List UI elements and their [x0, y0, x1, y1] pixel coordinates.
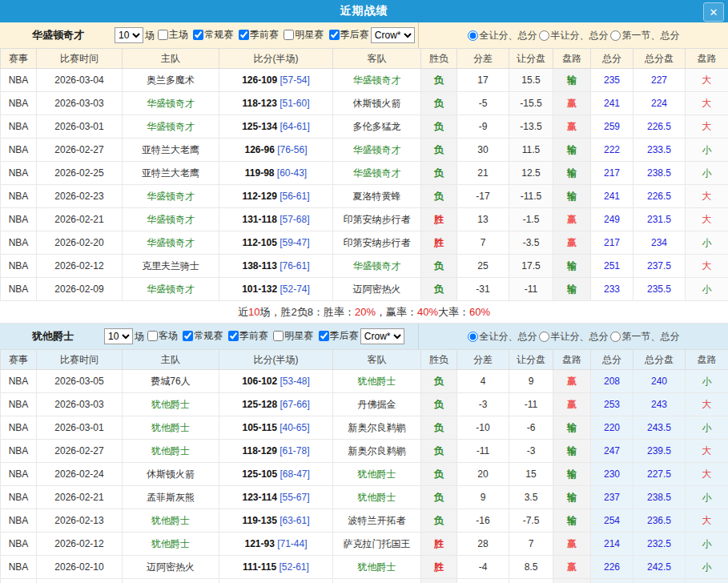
cell-date: 2026-03-05	[37, 370, 123, 393]
full-score: 125-128	[242, 399, 277, 410]
cell-total-points: 237	[591, 486, 633, 509]
cell-date: 2026-02-21	[37, 486, 123, 509]
filter-checkbox-input[interactable]	[319, 331, 329, 341]
cell-total-points: 235	[591, 69, 633, 92]
cell-handicap-result: 输	[553, 486, 591, 509]
source-select[interactable]: Crow*	[371, 27, 415, 43]
close-button[interactable]: ✕	[703, 2, 724, 22]
cell-win-loss: 负	[421, 393, 457, 416]
cell-total-line: 227	[633, 69, 686, 92]
games-count-select[interactable]: 10	[104, 328, 133, 344]
cell-win-loss: 负	[421, 162, 457, 185]
filter-checkbox[interactable]: 常规赛	[191, 28, 233, 42]
radio-input[interactable]	[610, 332, 621, 342]
radio-input[interactable]	[539, 332, 549, 342]
radio-input[interactable]	[468, 30, 478, 41]
cell-handicap-line: -15.5	[509, 92, 553, 115]
cell-handicap-line: 12.5	[509, 162, 553, 185]
cell-away-team: 华盛顿奇才	[333, 162, 421, 185]
filter-checkbox[interactable]: 季后赛	[328, 28, 369, 42]
cell-over-under: 小	[686, 416, 728, 440]
filter-checkbox[interactable]: 常规赛	[181, 329, 223, 343]
cell-win-loss: 负	[421, 115, 457, 139]
filter-checkbox-input[interactable]	[329, 30, 340, 40]
cell-home-team: 犹他爵士	[123, 440, 219, 463]
filter-checkbox-input[interactable]	[239, 30, 249, 40]
cell-league: NBA	[1, 255, 37, 278]
filter-checkbox-input[interactable]	[193, 30, 203, 40]
radio-option[interactable]: 半让分、总分	[539, 29, 609, 42]
cell-total-line: 243.5	[633, 416, 686, 440]
cell-over-under: 小	[686, 370, 728, 393]
cell-away-team: 犹他爵士	[333, 579, 421, 583]
cell-home-team: 亚特兰大老鹰	[123, 162, 219, 185]
filter-checkbox-input[interactable]	[284, 30, 294, 40]
cell-home-team: 亚特兰大老鹰	[123, 139, 219, 162]
filter-checkbox[interactable]: 季前赛	[227, 329, 268, 343]
cell-date: 2026-02-12	[37, 533, 123, 556]
full-score: 131-118	[242, 214, 276, 225]
radio-option[interactable]: 半让分、总分	[539, 330, 609, 344]
radio-option[interactable]: 全让分、总分	[468, 29, 537, 42]
cell-point-diff: 28	[457, 533, 509, 556]
radio-input[interactable]	[468, 332, 478, 342]
cell-total-line: 232.5	[633, 533, 686, 556]
radio-option[interactable]: 第一节、总分	[610, 29, 680, 42]
summary-text: 场，胜2负8：胜率：	[259, 305, 354, 320]
filter-checkbox[interactable]: 客场	[146, 329, 178, 343]
close-icon: ✕	[710, 7, 718, 18]
cell-win-loss: 负	[421, 509, 457, 533]
cell-point-diff: 9	[457, 486, 509, 509]
cell-score: 118-129 [61-78]	[219, 440, 333, 463]
full-score: 125-105	[242, 468, 277, 480]
summary-text: 20%	[355, 306, 376, 318]
filter-checkbox[interactable]: 季后赛	[317, 329, 359, 343]
cell-score: 121-93 [71-44]	[219, 533, 333, 556]
cell-total-line: 239.5	[633, 440, 686, 463]
radio-input[interactable]	[539, 30, 549, 41]
filter-checkbox[interactable]: 明星赛	[271, 329, 313, 343]
filter-checkbox[interactable]: 主场	[156, 28, 188, 42]
cell-over-under: 小	[686, 231, 728, 255]
cell-total-points: 233	[591, 278, 633, 301]
cell-win-loss: 胜	[421, 556, 457, 579]
cell-point-diff: -5	[457, 92, 509, 115]
header-cell: 分差	[457, 350, 509, 370]
cell-total-line: 224	[633, 92, 686, 115]
cell-total-points: 237	[591, 579, 633, 583]
cell-home-team: 犹他爵士	[123, 416, 219, 440]
cell-point-diff: -4	[457, 556, 509, 579]
game-row: NBA 2026-02-13 犹他爵士 119-135 [63-61] 波特兰开…	[1, 509, 728, 533]
half-score: [71-44]	[277, 538, 307, 549]
game-row: NBA 2026-02-12 克里夫兰骑士 138-113 [76-61] 华盛…	[1, 255, 728, 278]
cell-home-team: 休斯顿火箭	[123, 463, 219, 486]
source-select[interactable]: Crow*	[360, 328, 404, 344]
filter-checkbox[interactable]: 季前赛	[237, 28, 279, 42]
cell-total-points: 249	[591, 208, 633, 231]
radio-input[interactable]	[610, 30, 621, 41]
cell-over-under: 小	[686, 278, 728, 301]
cell-away-team: 犹他爵士	[333, 370, 421, 393]
cell-home-team: 华盛顿奇才	[123, 115, 219, 139]
cell-handicap-result: 赢	[553, 92, 591, 115]
filter-checkbox-input[interactable]	[147, 331, 158, 341]
filter-checkbox-input[interactable]	[158, 30, 168, 40]
header-cell: 总分盘	[633, 350, 686, 370]
radio-option[interactable]: 全让分、总分	[468, 330, 537, 344]
filter-checkbox-input[interactable]	[273, 331, 284, 341]
cell-win-loss: 负	[421, 486, 457, 509]
filter-checkbox-input[interactable]	[228, 331, 239, 341]
half-score: [40-65]	[280, 422, 309, 433]
radio-option[interactable]: 第一节、总分	[610, 330, 680, 344]
cell-total-line: 226.5	[633, 115, 686, 139]
cell-handicap-result: 输	[553, 162, 591, 185]
cell-away-team: 新奥尔良鹈鹕	[333, 416, 421, 440]
game-row: NBA 2026-02-20 华盛顿奇才 112-105 [59-47] 印第安…	[1, 231, 728, 255]
cell-date: 2026-03-01	[37, 115, 123, 139]
cell-handicap-result: 输	[553, 463, 591, 486]
games-count-select[interactable]: 10	[115, 27, 143, 43]
filter-checkbox-input[interactable]	[183, 331, 193, 341]
cell-point-diff: -17	[457, 185, 509, 208]
filter-checkbox[interactable]: 明星赛	[282, 28, 324, 42]
cell-away-team: 多伦多猛龙	[333, 115, 421, 139]
